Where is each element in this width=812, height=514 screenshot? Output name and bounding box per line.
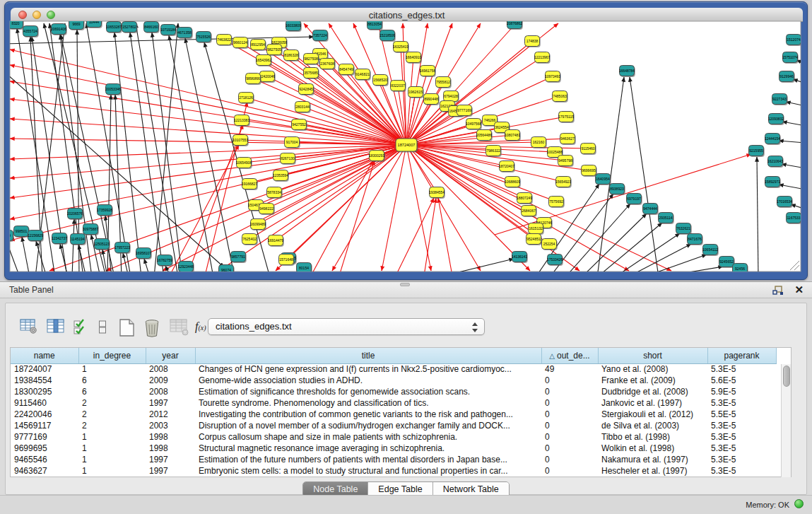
table-cell[interactable]: 9699695 <box>11 443 78 454</box>
select-rows-icon[interactable] <box>73 319 88 335</box>
table-cell[interactable]: Disruption of a novel member of a sodium… <box>195 420 541 431</box>
table-cell[interactable]: 1 <box>78 431 146 443</box>
table-row[interactable]: 1456911722003Disruption of a novel membe… <box>11 420 776 431</box>
table-cell[interactable]: 9465546 <box>11 454 78 465</box>
close-panel-icon[interactable]: ✕ <box>794 284 804 296</box>
table-cell[interactable]: Genome-wide association studies in ADHD. <box>195 375 541 386</box>
table-cell[interactable]: Dudbridge et al. (2008) <box>598 386 707 397</box>
table-row[interactable]: 911546021997Tourette syndrome. Phenomeno… <box>11 397 776 409</box>
table-cell[interactable]: 1997 <box>146 465 195 477</box>
table-cell[interactable]: Corpus callosum shape and size in male p… <box>195 431 541 443</box>
table-cell[interactable]: 0 <box>541 465 598 477</box>
network-graph-canvas[interactable]: 8320435572420691406966910444106532871527… <box>0 0 812 281</box>
table-row[interactable]: 977716911998Corpus callosum shape and si… <box>11 431 776 443</box>
table-scrollbar[interactable] <box>781 364 791 477</box>
table-cell[interactable]: 2 <box>78 420 146 431</box>
table-cell[interactable]: 1 <box>78 363 146 375</box>
delete-table-icon[interactable] <box>143 319 162 337</box>
table-cell[interactable]: Hescheler et al. (1997) <box>598 465 707 477</box>
table-cell[interactable]: 22420046 <box>11 409 78 420</box>
table-cell[interactable]: 2012 <box>146 409 195 420</box>
splitter-handle[interactable] <box>400 283 410 286</box>
table-cell[interactable]: 2008 <box>146 386 195 397</box>
table-select-dropdown[interactable]: citations_edges.txt <box>208 318 485 335</box>
table-cell[interactable]: Estimation of the future numbers of pati… <box>195 454 541 465</box>
table-cell[interactable]: Tourette syndrome. Phenomenology and cla… <box>195 397 541 409</box>
column-header-short[interactable]: short <box>598 348 707 363</box>
table-cell[interactable]: 1 <box>78 465 146 477</box>
table-cell[interactable]: 1 <box>78 443 146 454</box>
table-cell[interactable]: 5.6E-5 <box>707 375 776 386</box>
table-cell[interactable]: 2008 <box>146 363 195 375</box>
table-cell[interactable]: 5.3E-5 <box>707 465 776 477</box>
memory-status-indicator[interactable] <box>794 499 804 508</box>
show-column-icon[interactable] <box>47 319 65 334</box>
table-cell[interactable]: 6 <box>78 386 146 397</box>
table-cell[interactable]: Structural magnetic resonance image aver… <box>195 443 541 454</box>
table-cell[interactable]: 18724007 <box>11 363 78 375</box>
column-header-pagerank[interactable]: pagerank <box>707 348 776 363</box>
table-cell[interactable]: 0 <box>541 443 598 454</box>
table-cell[interactable]: 1 <box>78 454 146 465</box>
table-row[interactable]: 946554611997Estimation of the future num… <box>11 454 776 465</box>
table-cell[interactable]: 2009 <box>146 375 195 386</box>
table-cell[interactable]: 49 <box>541 363 598 375</box>
table-cell[interactable]: 0 <box>541 397 598 409</box>
table-cell[interactable]: 5.3E-5 <box>707 431 776 443</box>
table-cell[interactable]: 19384554 <box>11 375 78 386</box>
table-cell[interactable]: 5.3E-5 <box>707 420 776 431</box>
table-cell[interactable]: Changes of HCN gene expression and I(f) … <box>195 363 541 375</box>
table-cell[interactable]: 5.5E-5 <box>707 409 776 420</box>
table-cell[interactable]: de Silva et al. (2003) <box>598 420 707 431</box>
column-header-name[interactable]: name <box>11 348 78 363</box>
scrollbar-thumb[interactable] <box>783 366 790 387</box>
table-cell[interactable]: 5.3E-5 <box>707 397 776 409</box>
table-cell[interactable]: 9115460 <box>11 397 78 409</box>
table-cell[interactable]: 2003 <box>146 420 195 431</box>
table-cell[interactable]: Nakamura et al. (1997) <box>598 454 707 465</box>
table-cell[interactable]: 1997 <box>146 454 195 465</box>
column-header-year[interactable]: year <box>146 348 195 363</box>
function-builder-icon[interactable]: f(x) <box>195 320 206 333</box>
table-cell[interactable]: 1997 <box>146 397 195 409</box>
table-cell[interactable]: 0 <box>541 431 598 443</box>
table-cell[interactable]: Jankovic et al. (1997) <box>598 397 707 409</box>
table-row[interactable]: 969969511998Structural magnetic resonanc… <box>11 443 776 454</box>
table-cell[interactable]: 9777169 <box>11 431 78 443</box>
table-cell[interactable]: 6 <box>78 375 146 386</box>
table-cell[interactable]: Estimation of significance thresholds fo… <box>195 386 541 397</box>
table-cell[interactable]: Embryonic stem cells: a model to study s… <box>195 465 541 477</box>
table-cell[interactable]: 18300295 <box>11 386 78 397</box>
table-cell[interactable]: 2 <box>78 397 146 409</box>
table-cell[interactable]: 1998 <box>146 443 195 454</box>
float-window-icon[interactable] <box>772 286 784 296</box>
table-cell[interactable]: 0 <box>541 454 598 465</box>
table-row[interactable]: 1938455462009Genome-wide association stu… <box>11 375 776 386</box>
table-cell[interactable]: Yano et al. (2008) <box>598 363 707 375</box>
table-cell[interactable]: Investigating the contribution of common… <box>195 409 541 420</box>
table-cell[interactable]: 0 <box>541 420 598 431</box>
graph-node[interactable] <box>0 230 13 241</box>
table-cell[interactable]: Franke et al. (2009) <box>598 375 707 386</box>
column-header-out_degree[interactable]: △out_de... <box>541 348 598 363</box>
table-cell[interactable]: 0 <box>541 409 598 420</box>
table-cell[interactable]: 5.9E-5 <box>707 386 776 397</box>
table-cell[interactable]: 14569117 <box>11 420 78 431</box>
table-row[interactable]: 1830029562008Estimation of significance … <box>11 386 776 397</box>
new-table-icon[interactable] <box>119 319 136 337</box>
table-settings-icon[interactable] <box>20 319 38 334</box>
table-cell[interactable]: 0 <box>541 375 598 386</box>
table-cell[interactable]: 0 <box>541 386 598 397</box>
table-cell[interactable]: 1998 <box>146 431 195 443</box>
table-cell[interactable]: 5.3E-5 <box>707 454 776 465</box>
table-cell[interactable]: 5.3E-5 <box>707 363 776 375</box>
table-cell[interactable]: 9463627 <box>11 465 78 477</box>
table-row[interactable]: 1872400712008Changes of HCN gene express… <box>11 363 776 375</box>
column-header-in_degree[interactable]: in_degree <box>78 348 146 363</box>
table-cell[interactable]: 5.3E-5 <box>707 443 776 454</box>
table-cell[interactable]: Wolkin et al. (1998) <box>598 443 707 454</box>
column-header-title[interactable]: title <box>195 348 541 363</box>
table-cell[interactable]: 2 <box>78 409 146 420</box>
table-row[interactable]: 2242004622012Investigating the contribut… <box>11 409 776 420</box>
table-cell[interactable]: Tibbo et al. (1998) <box>598 431 707 443</box>
